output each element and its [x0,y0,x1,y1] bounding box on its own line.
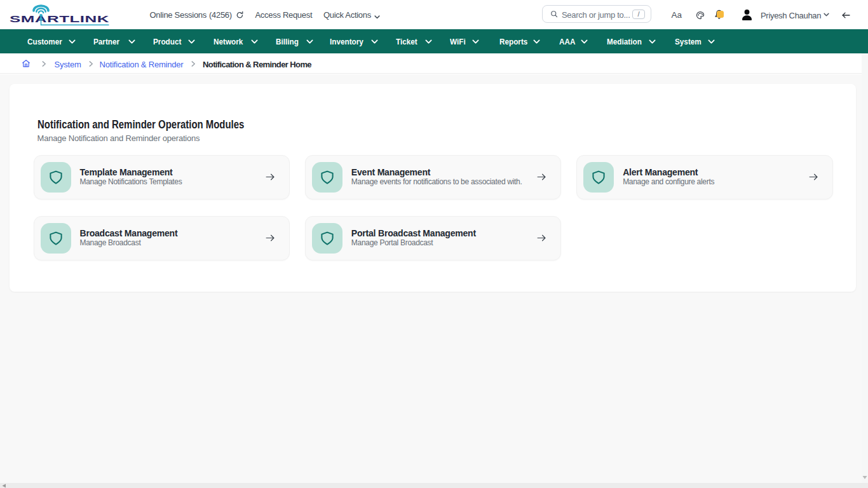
svg-text:SMARTLINK: SMARTLINK [10,14,109,25]
